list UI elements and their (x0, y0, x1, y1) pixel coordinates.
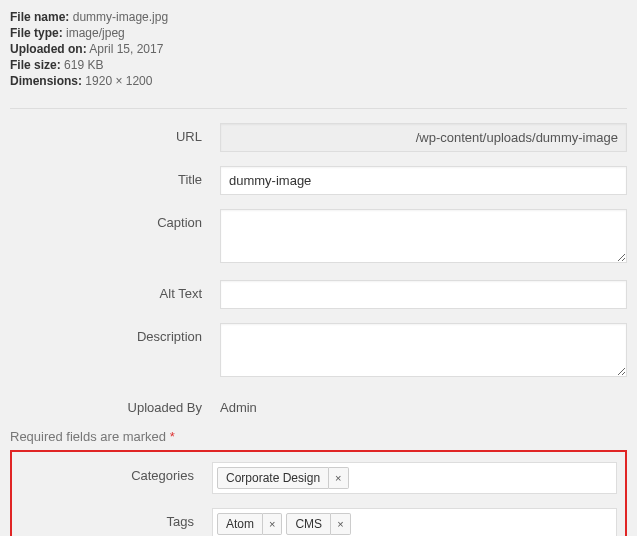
categories-input[interactable]: Corporate Design× (212, 462, 617, 494)
categories-label: Categories (20, 462, 212, 483)
tags-input[interactable]: Atom×CMS× (212, 508, 617, 536)
meta-uploaded-on: Uploaded on: April 15, 2017 (10, 42, 627, 56)
meta-dimensions: Dimensions: 1920 × 1200 (10, 74, 627, 88)
caption-textarea[interactable] (220, 209, 627, 263)
description-textarea[interactable] (220, 323, 627, 377)
alt-text-label: Alt Text (10, 280, 220, 301)
description-label: Description (10, 323, 220, 344)
meta-file-type: File type: image/jpeg (10, 26, 627, 40)
divider (10, 108, 627, 109)
url-label: URL (10, 123, 220, 144)
tag-chip: CMS× (286, 513, 350, 535)
category-chip: Corporate Design× (217, 467, 349, 489)
title-label: Title (10, 166, 220, 187)
uploaded-by-value: Admin (220, 394, 627, 415)
remove-icon[interactable]: × (329, 467, 348, 489)
tags-label: Tags (20, 508, 212, 529)
url-input[interactable] (220, 123, 627, 152)
file-meta-block: File name: dummy-image.jpg File type: im… (10, 10, 627, 102)
remove-icon[interactable]: × (263, 513, 282, 535)
category-chip-label: Corporate Design (217, 467, 329, 489)
alt-text-input[interactable] (220, 280, 627, 309)
tag-chip-label: CMS (286, 513, 331, 535)
tag-chip-label: Atom (217, 513, 263, 535)
title-input[interactable] (220, 166, 627, 195)
tag-chip: Atom× (217, 513, 282, 535)
meta-file-size: File size: 619 KB (10, 58, 627, 72)
meta-file-name: File name: dummy-image.jpg (10, 10, 627, 24)
caption-label: Caption (10, 209, 220, 230)
required-fields-highlight: Categories Corporate Design× Tags Atom×C… (10, 450, 627, 536)
required-fields-note: Required fields are marked * (10, 429, 627, 444)
uploaded-by-label: Uploaded By (10, 394, 220, 415)
remove-icon[interactable]: × (331, 513, 350, 535)
